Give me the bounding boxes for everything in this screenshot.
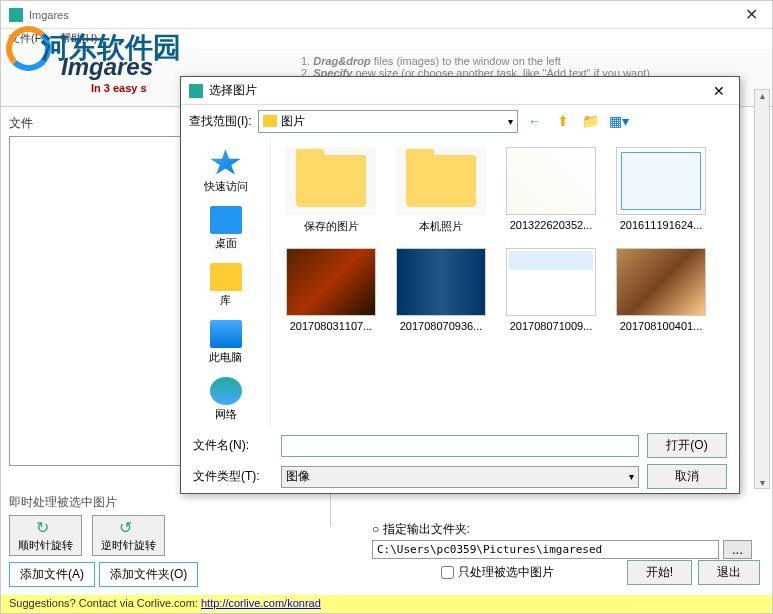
start-button[interactable]: 开始! bbox=[627, 560, 692, 585]
back-button[interactable]: ← bbox=[524, 110, 546, 132]
thumbnail bbox=[616, 248, 706, 316]
file-item[interactable]: 201708070936... bbox=[391, 248, 491, 332]
thumbnail bbox=[506, 248, 596, 316]
thumbnail bbox=[506, 147, 596, 215]
rotate-cw-button[interactable]: ↻ 顺时针旋转 bbox=[9, 515, 82, 556]
file-item[interactable]: 201611191624... bbox=[611, 147, 711, 234]
process-checkbox[interactable] bbox=[441, 566, 454, 579]
desktop-icon bbox=[210, 206, 242, 234]
exit-button[interactable]: 退出 bbox=[698, 560, 760, 585]
cancel-button[interactable]: 取消 bbox=[647, 464, 727, 489]
lookin-label: 查找范围(I): bbox=[189, 113, 252, 130]
file-item[interactable]: 201322620352... bbox=[501, 147, 601, 234]
logo: Imgares bbox=[61, 53, 153, 80]
sidebar-libraries[interactable]: 库 bbox=[181, 257, 270, 314]
file-label: 201708031107... bbox=[290, 320, 373, 332]
file-item[interactable]: 201708100401... bbox=[611, 248, 711, 332]
file-item[interactable]: 201708071009... bbox=[501, 248, 601, 332]
dialog-title: 选择图片 bbox=[209, 82, 707, 99]
library-icon bbox=[210, 263, 242, 291]
statusbar: Suggestions? Contact via Corlive.com: ht… bbox=[1, 595, 772, 613]
add-folder-button[interactable]: 添加文件夹(O) bbox=[99, 562, 198, 587]
filetype-combo[interactable]: 图像 ▾ bbox=[281, 466, 639, 488]
chevron-down-icon: ▾ bbox=[508, 116, 513, 127]
sidebar-this-pc[interactable]: 此电脑 bbox=[181, 314, 270, 371]
view-menu-button[interactable]: ▦▾ bbox=[608, 110, 630, 132]
file-label: 保存的图片 bbox=[304, 219, 359, 234]
file-label: 201611191624... bbox=[620, 219, 703, 231]
process-selected-check[interactable]: 只处理被选中图片 bbox=[441, 564, 554, 581]
menubar: 文件(F) 帮助(H) bbox=[1, 29, 772, 49]
star-icon bbox=[210, 149, 242, 177]
menu-file[interactable]: 文件(F) bbox=[9, 32, 45, 44]
folder-icon bbox=[286, 147, 376, 215]
dialog-bottom: 文件名(N): 打开(O) 文件类型(T): 图像 ▾ 取消 bbox=[181, 425, 739, 503]
filename-label: 文件名(N): bbox=[193, 437, 273, 454]
file-view[interactable]: 保存的图片本机照片201322620352...201611191624...2… bbox=[271, 137, 739, 425]
chevron-down-icon: ▾ bbox=[629, 471, 634, 482]
filename-input[interactable] bbox=[281, 435, 639, 457]
thumbnail bbox=[396, 248, 486, 316]
main-titlebar: Imgares ✕ bbox=[1, 1, 772, 29]
menu-help[interactable]: 帮助(H) bbox=[60, 32, 97, 44]
places-sidebar: 快速访问 桌面 库 此电脑 网络 bbox=[181, 137, 271, 425]
destination-area: ○ 指定输出文件夹: ... bbox=[372, 521, 752, 559]
dialog-icon bbox=[189, 84, 203, 98]
file-item[interactable]: 保存的图片 bbox=[281, 147, 381, 234]
filetype-label: 文件类型(T): bbox=[193, 468, 273, 485]
dialog-body: 快速访问 桌面 库 此电脑 网络 保存的图片本机照片201322620352..… bbox=[181, 137, 739, 425]
rotate-ccw-button[interactable]: ↺ 逆时针旋转 bbox=[92, 515, 165, 556]
status-link[interactable]: http://corlive.com/konrad bbox=[201, 597, 321, 609]
dialog-toolbar: 查找范围(I): 图片 ▾ ← ⬆ 📁 ▦▾ bbox=[181, 105, 739, 137]
add-file-button[interactable]: 添加文件(A) bbox=[9, 562, 95, 587]
file-label: 201708100401... bbox=[620, 320, 703, 332]
file-label: 201708070936... bbox=[400, 320, 483, 332]
new-folder-button[interactable]: 📁 bbox=[580, 110, 602, 132]
file-label: 201322620352... bbox=[510, 219, 593, 231]
app-icon bbox=[9, 8, 23, 22]
thumbnail bbox=[616, 147, 706, 215]
network-icon bbox=[210, 377, 242, 405]
sidebar-network[interactable]: 网络 bbox=[181, 371, 270, 428]
thumbnail bbox=[286, 248, 376, 316]
rotate-ccw-icon: ↺ bbox=[119, 518, 139, 538]
dialog-close-icon[interactable]: ✕ bbox=[707, 83, 731, 99]
open-button[interactable]: 打开(O) bbox=[647, 433, 727, 458]
dest-path-input[interactable] bbox=[372, 540, 719, 559]
sidebar-desktop[interactable]: 桌面 bbox=[181, 200, 270, 257]
sidebar-quick-access[interactable]: 快速访问 bbox=[181, 143, 270, 200]
close-icon[interactable]: ✕ bbox=[739, 5, 764, 24]
file-open-dialog: 选择图片 ✕ 查找范围(I): 图片 ▾ ← ⬆ 📁 ▦▾ 快速访问 桌面 bbox=[180, 76, 740, 494]
dest-radio-label[interactable]: 指定输出文件夹: bbox=[383, 522, 470, 536]
window-title: Imgares bbox=[29, 9, 739, 21]
file-label: 201708071009... bbox=[510, 320, 593, 332]
dialog-titlebar: 选择图片 ✕ bbox=[181, 77, 739, 105]
file-item[interactable]: 本机照片 bbox=[391, 147, 491, 234]
folder-icon bbox=[263, 115, 277, 127]
action-buttons: 开始! 退出 bbox=[627, 560, 760, 585]
rotate-cw-icon: ↻ bbox=[36, 518, 56, 538]
file-label: 本机照片 bbox=[419, 219, 463, 234]
dest-browse-button[interactable]: ... bbox=[723, 540, 752, 559]
folder-icon bbox=[396, 147, 486, 215]
scrollbar[interactable] bbox=[754, 89, 770, 489]
file-item[interactable]: 201708031107... bbox=[281, 248, 381, 332]
lookin-combo[interactable]: 图片 ▾ bbox=[258, 110, 518, 133]
logo-subtitle: In 3 easy s bbox=[91, 82, 147, 94]
up-button[interactable]: ⬆ bbox=[552, 110, 574, 132]
pc-icon bbox=[210, 320, 242, 348]
